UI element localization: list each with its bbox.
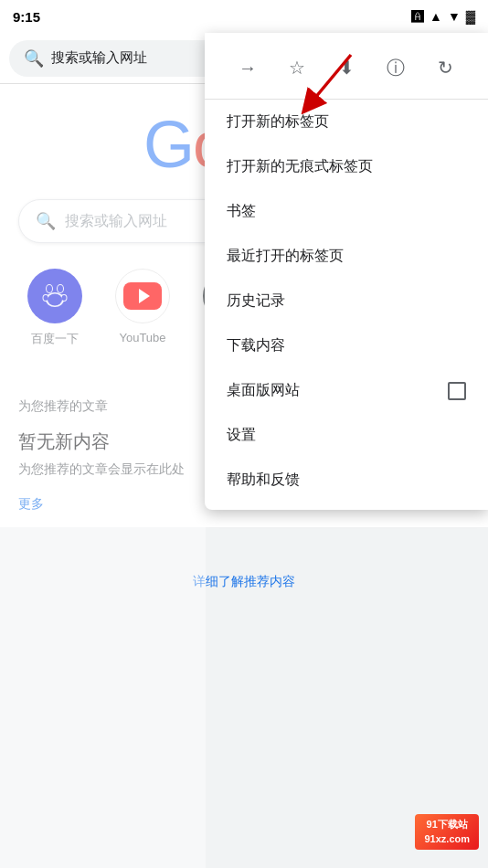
new-tab-label: 打开新的标签页 <box>227 112 329 132</box>
signal-icon: ▼ <box>448 9 461 24</box>
settings-label: 设置 <box>227 426 256 445</box>
watermark-line1: 91下载站 <box>424 818 470 831</box>
watermark-line2: 91xz.com <box>424 832 470 846</box>
dropdown-menu: → ☆ ⬇ ⓘ ↻ 打开新的标签页 打开新的无痕式标签页 书签 最近打开的标签页… <box>205 33 488 510</box>
menu-item-settings[interactable]: 设置 <box>205 413 488 458</box>
menu-toolbar: → ☆ ⬇ ⓘ ↻ <box>205 40 488 100</box>
desktop-site-checkbox[interactable] <box>448 382 466 400</box>
menu-item-recent-tabs[interactable]: 最近打开的标签页 <box>205 234 488 279</box>
learn-more-link[interactable]: 详细了解推荐内容 <box>193 574 295 590</box>
menu-item-help[interactable]: 帮助和反馈 <box>205 458 488 503</box>
menu-bookmark-btn[interactable]: ☆ <box>279 49 315 86</box>
menu-item-history[interactable]: 历史记录 <box>205 279 488 323</box>
downloads-label: 下载内容 <box>227 336 285 355</box>
address-search-icon: 🔍 <box>24 48 44 69</box>
history-label: 历史记录 <box>227 291 285 311</box>
forward-icon: → <box>239 58 257 79</box>
menu-item-incognito[interactable]: 打开新的无痕式标签页 <box>205 144 488 189</box>
wifi-icon: ▲ <box>430 9 442 24</box>
menu-item-desktop-site[interactable]: 桌面版网站 <box>205 368 488 413</box>
menu-download-btn[interactable]: ⬇ <box>328 49 365 86</box>
help-label: 帮助和反馈 <box>227 471 300 490</box>
menu-forward-btn[interactable]: → <box>229 49 266 86</box>
star-icon: ☆ <box>289 57 305 79</box>
incognito-label: 打开新的无痕式标签页 <box>227 157 373 176</box>
menu-item-downloads[interactable]: 下载内容 <box>205 323 488 368</box>
watermark: 91下载站 91xz.com <box>415 814 479 850</box>
menu-info-btn[interactable]: ⓘ <box>377 49 414 86</box>
refresh-icon: ↻ <box>438 57 453 79</box>
watermark-badge: 91下载站 91xz.com <box>415 814 479 850</box>
menu-refresh-btn[interactable]: ↻ <box>427 49 463 86</box>
menu-item-bookmarks[interactable]: 书签 <box>205 189 488 234</box>
status-time: 9:15 <box>13 9 40 25</box>
info-icon: ⓘ <box>387 56 405 80</box>
bookmarks-label: 书签 <box>227 202 256 221</box>
status-icons: 🅰 ▲ ▼ ▓ <box>411 9 475 24</box>
recent-tabs-label: 最近打开的标签页 <box>227 247 344 266</box>
dim-overlay <box>0 84 206 868</box>
status-bar: 9:15 🅰 ▲ ▼ ▓ <box>0 0 488 33</box>
battery-icon: ▓ <box>466 9 475 24</box>
menu-item-new-tab[interactable]: 打开新的标签页 <box>205 100 488 144</box>
download-icon: ⬇ <box>339 57 355 79</box>
notification-icon: 🅰 <box>411 9 424 24</box>
desktop-site-label: 桌面版网站 <box>227 381 300 400</box>
